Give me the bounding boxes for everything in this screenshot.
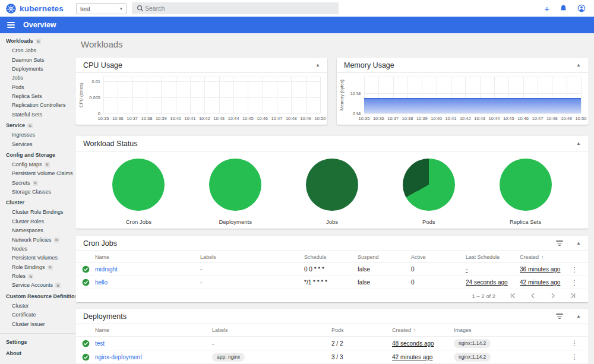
sidebar-item-namespaces[interactable]: Namespaces bbox=[0, 226, 75, 235]
column-header-images[interactable]: Images bbox=[454, 327, 564, 333]
filter-icon[interactable] bbox=[555, 239, 564, 247]
sidebar-item-cluster-roles[interactable]: Cluster Roles bbox=[0, 217, 75, 226]
jobs-pie-chart bbox=[306, 159, 358, 211]
create-plus-icon[interactable]: + bbox=[544, 4, 549, 13]
sidebar-item-services[interactable]: Services bbox=[0, 140, 75, 148]
first-page-icon[interactable] bbox=[510, 293, 516, 299]
column-header-created[interactable]: Created↑ bbox=[520, 254, 564, 260]
x-tick-label: 10:37 bbox=[127, 116, 138, 121]
sidebar-item-cluster-issuer[interactable]: Cluster Issuer bbox=[0, 319, 75, 328]
column-header-suspend[interactable]: Suspend bbox=[358, 254, 411, 260]
collapse-caret-icon[interactable]: ▲ bbox=[576, 314, 581, 319]
resource-link[interactable]: hello bbox=[95, 279, 108, 286]
workload-pie-replica-sets: Replica Sets bbox=[481, 159, 570, 225]
sidebar-item-roles[interactable]: RolesN bbox=[0, 272, 75, 281]
sidebar-item-label: Stateful Sets bbox=[12, 112, 42, 118]
row-menu-kebab-icon[interactable]: ⋮ bbox=[564, 278, 584, 287]
cron-jobs-header: Cron Jobs ▲ bbox=[76, 236, 588, 251]
x-tick-label: 10:40 bbox=[170, 116, 181, 121]
sidebar-item-persistent-volume-claims[interactable]: Persistent Volume ClaimsN bbox=[0, 169, 75, 178]
top-header: kubernetes test ▾ + bbox=[0, 0, 594, 17]
sidebar-item-service-accounts[interactable]: Service AccountsN bbox=[0, 281, 75, 290]
sidebar-section-service[interactable]: ServiceN bbox=[0, 119, 75, 131]
cell-schedule: 0 0 * * * bbox=[304, 266, 358, 273]
column-header-schedule[interactable]: Schedule bbox=[304, 254, 358, 260]
cpu-usage-card: CPU Usage ▲ CPU (cores)10:3510:3610:3710… bbox=[76, 58, 327, 125]
sidebar-item-persistent-volumes[interactable]: Persistent Volumes bbox=[0, 254, 75, 262]
sidebar-item-ingresses[interactable]: Ingresses bbox=[0, 131, 75, 140]
status-ok-icon bbox=[76, 353, 95, 361]
sidebar-section-custom-resource-definitions[interactable]: Custom Resource Definitions bbox=[0, 290, 75, 302]
sidebar-item-cluster-role-bindings[interactable]: Cluster Role Bindings bbox=[0, 208, 75, 217]
y-tick-label: 10 Mi bbox=[350, 91, 361, 96]
sidebar-item-storage-classes[interactable]: Storage Classes bbox=[0, 188, 75, 197]
sidebar-item-cluster[interactable]: Cluster bbox=[0, 302, 75, 311]
cell-images: nginx:1.14.2 bbox=[454, 339, 564, 348]
resource-link[interactable]: nginx-deployment bbox=[95, 354, 142, 360]
memory-card-title: Memory Usage bbox=[344, 61, 394, 69]
row-menu-kebab-icon[interactable]: ⋮ bbox=[564, 353, 584, 361]
search-input[interactable] bbox=[145, 5, 334, 12]
column-header-pods[interactable]: Pods bbox=[331, 327, 392, 333]
sidebar-item-role-bindings[interactable]: Role BindingsN bbox=[0, 263, 75, 272]
x-tick-label: 10:38 bbox=[141, 116, 153, 121]
filter-icon[interactable] bbox=[555, 312, 564, 320]
last-page-icon[interactable] bbox=[570, 293, 576, 299]
x-tick-label: 10:47 bbox=[532, 116, 544, 121]
row-menu-kebab-icon[interactable]: ⋮ bbox=[564, 265, 584, 274]
row-menu-kebab-icon[interactable]: ⋮ bbox=[564, 339, 584, 347]
sidebar-item-jobs[interactable]: Jobs bbox=[0, 74, 75, 83]
namespaced-badge: N bbox=[33, 181, 38, 186]
column-header-name[interactable]: Name bbox=[95, 254, 200, 260]
sidebar-item-settings[interactable]: Settings bbox=[0, 336, 75, 347]
resource-link[interactable]: midnight bbox=[95, 266, 118, 273]
sidebar-item-label: Replication Controllers bbox=[12, 103, 66, 108]
x-tick-label: 10:42 bbox=[199, 116, 210, 121]
sidebar-section-cluster[interactable]: Cluster bbox=[0, 197, 75, 208]
column-header-labels[interactable]: Labels bbox=[200, 254, 304, 260]
column-header-last-schedule[interactable]: Last Schedule bbox=[466, 254, 520, 260]
account-circle-icon[interactable] bbox=[577, 4, 586, 12]
column-header-created[interactable]: Created↑ bbox=[392, 327, 454, 333]
sidebar-item-about[interactable]: About bbox=[0, 347, 75, 359]
sidebar-item-network-policies[interactable]: Network PoliciesN bbox=[0, 235, 75, 244]
collapse-caret-icon[interactable]: ▲ bbox=[576, 63, 581, 68]
sidebar-item-certificate[interactable]: Certificate bbox=[0, 311, 75, 319]
column-header-active[interactable]: Active bbox=[411, 254, 466, 260]
header-actions: + bbox=[544, 0, 586, 17]
next-page-icon[interactable] bbox=[550, 293, 556, 299]
collapse-caret-icon[interactable]: ▲ bbox=[315, 63, 320, 68]
collapse-caret-icon[interactable]: ▲ bbox=[576, 241, 581, 246]
workload-status-card: Workload Status ▲ Cron JobsDeploymentsJo… bbox=[76, 136, 588, 229]
namespace-selector[interactable]: test ▾ bbox=[76, 3, 127, 14]
x-tick-label: 10:41 bbox=[446, 116, 457, 121]
kubernetes-logo-icon bbox=[6, 4, 16, 14]
notifications-bell-icon[interactable] bbox=[560, 4, 567, 12]
kubernetes-brand[interactable]: kubernetes bbox=[6, 0, 64, 17]
sidebar-section-workloads[interactable]: WorkloadsN bbox=[0, 35, 75, 46]
resource-link[interactable]: test bbox=[95, 340, 105, 347]
sidebar-item-nodes[interactable]: Nodes bbox=[0, 245, 75, 254]
sidebar-item-replication-controllers[interactable]: Replication Controllers bbox=[0, 101, 75, 110]
collapse-caret-icon[interactable]: ▲ bbox=[576, 141, 581, 146]
sidebar-item-deployments[interactable]: Deployments bbox=[0, 65, 75, 74]
column-header-labels[interactable]: Labels bbox=[212, 327, 331, 333]
memory-usage-plot-area: 10:3510:3610:3710:3810:3910:4010:4110:42… bbox=[364, 77, 581, 113]
namespaced-badge: N bbox=[27, 123, 33, 128]
cron-jobs-table: NameLabelsScheduleSuspendActiveLast Sche… bbox=[76, 251, 588, 289]
previous-page-icon[interactable] bbox=[530, 293, 536, 299]
sidebar-item-label: Cluster bbox=[12, 303, 29, 309]
sidebar-item-daemon-sets[interactable]: Daemon Sets bbox=[0, 55, 75, 64]
sidebar-item-replica-sets[interactable]: Replica Sets bbox=[0, 92, 75, 101]
sidebar-item-cron-jobs[interactable]: Cron Jobs bbox=[0, 46, 75, 55]
sidebar-item-label: Cluster Roles bbox=[12, 219, 44, 224]
sidebar-item-secrets[interactable]: SecretsN bbox=[0, 179, 75, 188]
sidebar-item-config-maps[interactable]: Config MapsN bbox=[0, 160, 75, 169]
workload-pie-deployments: Deployments bbox=[191, 159, 280, 225]
hamburger-menu-icon[interactable] bbox=[7, 22, 15, 28]
namespaced-badge: N bbox=[54, 238, 59, 243]
sidebar-item-pods[interactable]: Pods bbox=[0, 83, 75, 92]
column-header-name[interactable]: Name bbox=[95, 327, 212, 333]
sidebar-item-stateful-sets[interactable]: Stateful Sets bbox=[0, 110, 75, 119]
sidebar-section-config-and-storage[interactable]: Config and Storage bbox=[0, 149, 75, 160]
